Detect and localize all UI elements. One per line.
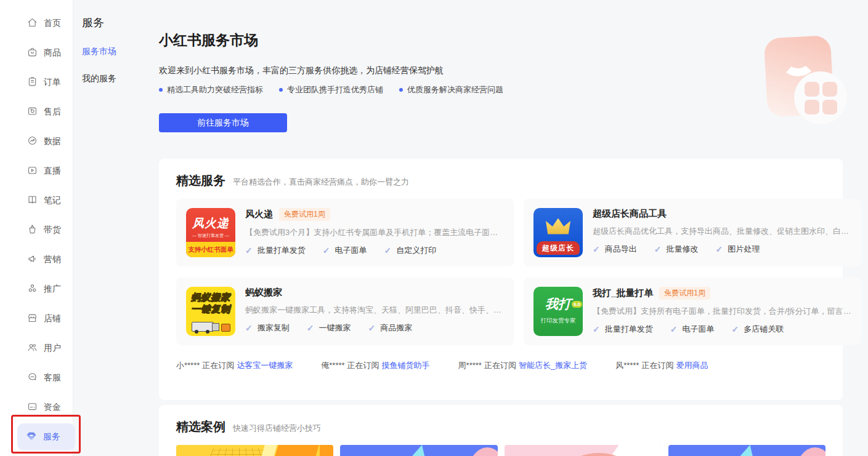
- logo-band: 支持小红书面单: [186, 242, 235, 257]
- section-subtitle: 快速习得店铺经营小技巧: [233, 423, 321, 434]
- sidebar-item-users[interactable]: 用户: [0, 334, 73, 363]
- logo-tagline: 打印发货专家: [541, 317, 576, 325]
- ticker-entry: 小*****正在订阅达客宝一键搬家: [176, 360, 293, 371]
- check-icon: ✓: [654, 244, 662, 254]
- sidebar-label: 店铺: [44, 313, 61, 324]
- featured-cases-header: 精选案例 快速习得店铺经营小技巧: [176, 418, 825, 435]
- case-thumbnail-1[interactable]: [176, 445, 333, 456]
- ticker-user: 风*****: [615, 361, 639, 370]
- ticker-action: 正在订阅: [202, 361, 234, 370]
- check-icon: ✓: [368, 323, 375, 333]
- submenu-item-service-market[interactable]: 服务市场: [82, 46, 116, 57]
- box-icon: [221, 324, 230, 332]
- feature-label: 自定义打印: [396, 245, 436, 256]
- marketing-icon: [26, 253, 38, 266]
- feature-label: 一键搬家: [318, 322, 351, 334]
- check-icon: ✓: [245, 246, 253, 255]
- logo-title: 风火递: [192, 215, 229, 231]
- case-thumbnail-2[interactable]: [340, 445, 497, 456]
- ticker-service-link[interactable]: 达客宝一键搬家: [237, 361, 293, 370]
- service-card-mayibanjia[interactable]: 蚂蚁搬家 一键复制 蚂蚁搬家 蚂蚁搬家一键搬家工具，支持将淘宝、天猫、阿里巴巴、…: [176, 278, 514, 345]
- notes-icon: [26, 194, 38, 207]
- section-title: 精选案例: [176, 418, 225, 435]
- service-card-woda[interactable]: 我打6.0 打印发货专家 我打_批量打单 免费试用1周 【免费试用】支持所有电子…: [524, 278, 861, 345]
- feature-label: 批量修改: [666, 244, 698, 255]
- bullet-text: 精选工具助力突破经营指标: [167, 84, 263, 95]
- feature-label: 电子面单: [682, 324, 714, 335]
- sidebar-item-orders[interactable]: 订单: [0, 68, 73, 97]
- hero-welcome-text: 欢迎来到小红书服务市场，丰富的三方服务供你挑选，为店铺经营保驾护航: [159, 65, 444, 76]
- logo-line1: 蚂蚁搬家: [191, 292, 230, 303]
- case-thumbnails: [176, 445, 825, 456]
- sidebar-item-service[interactable]: 服务: [17, 423, 75, 450]
- featured-cases-card: 精选案例 快速习得店铺经营小技巧: [159, 405, 843, 456]
- check-icon: ✓: [384, 246, 391, 255]
- check-icon: ✓: [731, 324, 739, 334]
- sidebar-label: 客服: [44, 372, 61, 383]
- sidebar-item-data[interactable]: 数据: [0, 127, 73, 156]
- feature-label: 批量打单发货: [605, 324, 653, 335]
- bullet-text: 优质服务解决商家经营问题: [407, 84, 503, 95]
- hero-bullet: 精选工具助力突破经营指标: [159, 84, 263, 95]
- case-thumbnail-4[interactable]: [668, 445, 825, 456]
- service-description: 蚂蚁搬家一键搬家工具，支持将淘宝、天猫、阿里巴巴、抖音、快手、拼多...: [245, 305, 504, 316]
- sidebar-item-home[interactable]: 首页: [0, 9, 73, 38]
- service-name: 我打_批量打单: [593, 287, 653, 299]
- customer-service-icon: [26, 371, 38, 385]
- data-icon: [26, 135, 38, 148]
- sidebar-item-goods[interactable]: 商品: [0, 38, 73, 68]
- sidebar-item-aftersales[interactable]: 售后: [0, 97, 73, 127]
- chaojidianzhang-logo: 超级店长: [533, 208, 583, 257]
- sidebar-item-customer-service[interactable]: 客服: [0, 363, 73, 393]
- service-features: ✓批量打单发货 ✓电子面单 ✓自定义打印: [245, 245, 504, 256]
- featured-services-header: 精选服务 平台精选合作，直击商家经营痛点，助你一臂之力: [176, 172, 825, 189]
- primary-sidebar: 首页 商品 订单 售后 数据 直播 笔记 带货: [0, 0, 73, 456]
- feature-label: 电子面单: [335, 245, 367, 256]
- go-to-service-market-button[interactable]: 前往服务市场: [159, 113, 287, 132]
- sidebar-item-notes[interactable]: 笔记: [0, 186, 73, 215]
- secondary-sidebar: 服务 服务市场 我的服务: [74, 0, 147, 456]
- case-thumbnail-3[interactable]: [505, 445, 662, 456]
- ticker-service-link[interactable]: 摸鱼铺货助手: [382, 361, 430, 370]
- woda-logo: 我打6.0 打印发货专家: [533, 287, 583, 336]
- service-description: 超级店长商品优化工具，支持导出商品、批量修改、促销主图水印、白底图...: [593, 226, 851, 237]
- service-card-chaojidianzhang[interactable]: 超级店长 超级店长商品工具 超级店长商品优化工具，支持导出商品、批量修改、促销主…: [524, 199, 861, 266]
- ticker-user: 俺*****: [321, 361, 344, 370]
- promotion-icon: [26, 282, 38, 296]
- ticker-user: 小*****: [176, 361, 200, 370]
- check-icon: ✓: [715, 244, 723, 254]
- logo-banner: 超级店长: [537, 241, 580, 255]
- sidebar-label: 首页: [44, 18, 61, 29]
- feature-label: 商品搬家: [380, 322, 412, 334]
- shopping-bag-illustration: [766, 32, 847, 124]
- sidebar-item-live[interactable]: 直播: [0, 156, 73, 186]
- sidebar-label: 商品: [44, 47, 61, 58]
- sidebar-item-shop[interactable]: 店铺: [0, 304, 73, 334]
- sidebar-label: 笔记: [44, 195, 61, 206]
- shop-icon: [26, 312, 38, 326]
- ticker-service-link[interactable]: 智能店长_搬家上货: [519, 361, 587, 370]
- service-card-fenghuodi[interactable]: 风火递 — 智速打单发货 — 支持小红书面单 风火递 免费试用1周 【免费试用3…: [176, 199, 514, 266]
- live-icon: [26, 164, 38, 178]
- ticker-entry: 周*****正在订阅智能店长_搬家上货: [458, 360, 588, 371]
- orders-icon: [26, 76, 38, 89]
- aftersales-icon: [26, 105, 38, 119]
- service-features: ✓搬家复制 ✓一键搬家 ✓商品搬家: [245, 322, 504, 334]
- service-grid: 风火递 — 智速打单发货 — 支持小红书面单 风火递 免费试用1周 【免费试用3…: [176, 199, 825, 345]
- sidebar-label: 用户: [44, 343, 61, 354]
- ticker-service-link[interactable]: 爱用商品: [676, 361, 708, 370]
- service-name: 风火递: [245, 209, 273, 220]
- submenu-item-my-services[interactable]: 我的服务: [82, 73, 116, 84]
- funds-icon: [26, 401, 38, 414]
- sidebar-item-marketing[interactable]: 营销: [0, 245, 73, 274]
- sidebar-item-promotion[interactable]: 推广: [0, 274, 73, 304]
- check-icon: ✓: [323, 246, 330, 255]
- logo-tagline: — 智速打单发货 —: [192, 233, 229, 239]
- sidebar-item-carry-goods[interactable]: 带货: [0, 215, 73, 245]
- check-icon: ✓: [593, 324, 600, 334]
- sidebar-item-funds[interactable]: 资金: [0, 393, 73, 422]
- service-description: 【免费试用3个月】支持小红书专属面单及手机打单；覆盖主流电子面单；...: [245, 227, 504, 238]
- hero-bullets: 精选工具助力突破经营指标 专业团队携手打造优秀店铺 优质服务解决商家经营问题: [159, 84, 503, 95]
- sidebar-label: 订单: [44, 77, 61, 88]
- goods-icon: [26, 46, 38, 60]
